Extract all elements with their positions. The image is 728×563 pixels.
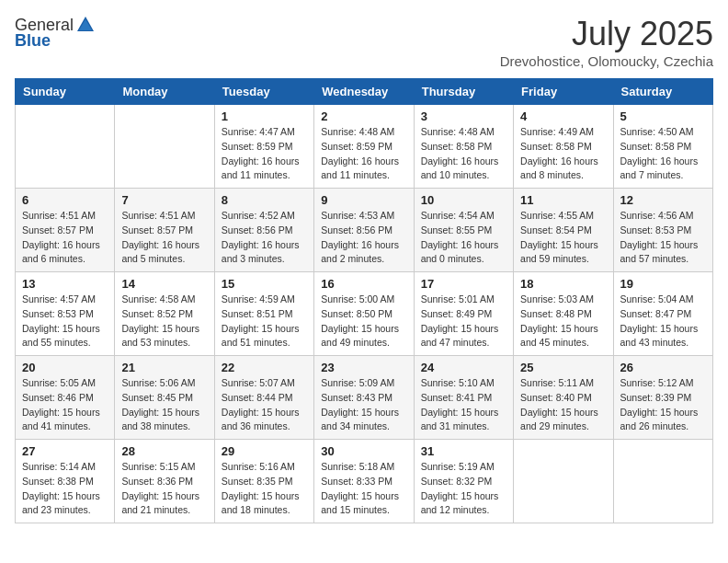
page: General Blue July 2025 Drevohostice, Olo…: [0, 0, 728, 538]
table-row: 7Sunrise: 4:51 AMSunset: 8:57 PMDaylight…: [115, 189, 214, 272]
col-sunday: Sunday: [16, 79, 115, 105]
day-detail: Sunrise: 5:12 AMSunset: 8:39 PMDaylight:…: [620, 376, 706, 434]
table-row: 13Sunrise: 4:57 AMSunset: 8:53 PMDayligh…: [16, 272, 115, 356]
day-detail: Sunrise: 4:56 AMSunset: 8:53 PMDaylight:…: [620, 209, 706, 267]
day-number: 1: [222, 109, 307, 123]
table-row: [16, 105, 115, 189]
day-number: 13: [22, 277, 108, 291]
col-monday: Monday: [115, 79, 214, 105]
day-detail: Sunrise: 4:59 AMSunset: 8:51 PMDaylight:…: [222, 293, 307, 350]
day-number: 20: [22, 361, 108, 374]
day-number: 30: [321, 444, 406, 458]
table-row: 2Sunrise: 4:48 AMSunset: 8:59 PMDaylight…: [314, 105, 414, 189]
day-number: 16: [321, 277, 406, 291]
day-detail: Sunrise: 5:07 AMSunset: 8:44 PMDaylight:…: [222, 376, 307, 434]
day-detail: Sunrise: 5:15 AMSunset: 8:36 PMDaylight:…: [121, 460, 207, 518]
day-detail: Sunrise: 5:10 AMSunset: 8:41 PMDaylight:…: [421, 376, 506, 434]
col-saturday: Saturday: [613, 79, 712, 105]
day-detail: Sunrise: 5:19 AMSunset: 8:32 PMDaylight:…: [421, 460, 506, 518]
col-thursday: Thursday: [414, 79, 513, 105]
logo-blue-text: Blue: [15, 31, 51, 51]
table-row: 28Sunrise: 5:15 AMSunset: 8:36 PMDayligh…: [115, 440, 214, 523]
day-detail: Sunrise: 4:51 AMSunset: 8:57 PMDaylight:…: [121, 209, 207, 267]
table-row: 18Sunrise: 5:03 AMSunset: 8:48 PMDayligh…: [514, 272, 613, 356]
day-detail: Sunrise: 5:06 AMSunset: 8:45 PMDaylight:…: [121, 376, 207, 434]
day-number: 26: [620, 361, 706, 374]
day-detail: Sunrise: 5:01 AMSunset: 8:49 PMDaylight:…: [421, 293, 506, 350]
table-row: 16Sunrise: 5:00 AMSunset: 8:50 PMDayligh…: [314, 272, 414, 356]
day-detail: Sunrise: 4:51 AMSunset: 8:57 PMDaylight:…: [22, 209, 108, 267]
day-number: 23: [321, 361, 406, 374]
logo: General Blue: [15, 15, 97, 51]
day-number: 11: [520, 193, 606, 207]
day-number: 10: [421, 193, 506, 207]
day-number: 28: [121, 444, 207, 458]
day-detail: Sunrise: 4:50 AMSunset: 8:58 PMDaylight:…: [620, 125, 706, 183]
day-detail: Sunrise: 5:04 AMSunset: 8:47 PMDaylight:…: [620, 293, 706, 350]
table-row: 24Sunrise: 5:10 AMSunset: 8:41 PMDayligh…: [414, 356, 513, 440]
col-friday: Friday: [514, 79, 613, 105]
day-number: 31: [421, 444, 506, 458]
day-detail: Sunrise: 4:47 AMSunset: 8:59 PMDaylight:…: [222, 125, 307, 183]
day-number: 18: [520, 277, 606, 291]
day-number: 17: [421, 277, 506, 291]
table-row: 10Sunrise: 4:54 AMSunset: 8:55 PMDayligh…: [414, 189, 513, 272]
day-number: 15: [222, 277, 307, 291]
month-title: July 2025: [500, 15, 713, 53]
day-detail: Sunrise: 4:55 AMSunset: 8:54 PMDaylight:…: [520, 209, 606, 267]
table-row: 27Sunrise: 5:14 AMSunset: 8:38 PMDayligh…: [16, 440, 115, 523]
day-detail: Sunrise: 4:48 AMSunset: 8:59 PMDaylight:…: [321, 125, 406, 183]
day-number: 24: [421, 361, 506, 374]
table-row: 19Sunrise: 5:04 AMSunset: 8:47 PMDayligh…: [613, 272, 712, 356]
calendar-week-row: 1Sunrise: 4:47 AMSunset: 8:59 PMDaylight…: [16, 105, 713, 189]
table-row: 5Sunrise: 4:50 AMSunset: 8:58 PMDaylight…: [613, 105, 712, 189]
day-detail: Sunrise: 5:11 AMSunset: 8:40 PMDaylight:…: [520, 376, 606, 434]
day-detail: Sunrise: 4:52 AMSunset: 8:56 PMDaylight:…: [222, 209, 307, 267]
table-row: 3Sunrise: 4:48 AMSunset: 8:58 PMDaylight…: [414, 105, 513, 189]
location-title: Drevohostice, Olomoucky, Czechia: [500, 53, 713, 69]
day-detail: Sunrise: 4:54 AMSunset: 8:55 PMDaylight:…: [421, 209, 506, 267]
table-row: 9Sunrise: 4:53 AMSunset: 8:56 PMDaylight…: [314, 189, 414, 272]
title-block: July 2025 Drevohostice, Olomoucky, Czech…: [500, 15, 713, 69]
logo-icon: [75, 15, 96, 35]
day-number: 14: [121, 277, 207, 291]
day-number: 22: [222, 361, 307, 374]
table-row: 25Sunrise: 5:11 AMSunset: 8:40 PMDayligh…: [514, 356, 613, 440]
table-row: 8Sunrise: 4:52 AMSunset: 8:56 PMDaylight…: [214, 189, 313, 272]
day-number: 29: [222, 444, 307, 458]
col-tuesday: Tuesday: [214, 79, 313, 105]
calendar-week-row: 20Sunrise: 5:05 AMSunset: 8:46 PMDayligh…: [16, 356, 713, 440]
table-row: 15Sunrise: 4:59 AMSunset: 8:51 PMDayligh…: [214, 272, 313, 356]
day-number: 9: [321, 193, 406, 207]
col-wednesday: Wednesday: [314, 79, 414, 105]
day-number: 25: [520, 361, 606, 374]
table-row: [613, 440, 712, 523]
day-number: 19: [620, 277, 706, 291]
table-row: 31Sunrise: 5:19 AMSunset: 8:32 PMDayligh…: [414, 440, 513, 523]
table-row: [514, 440, 613, 523]
table-row: 11Sunrise: 4:55 AMSunset: 8:54 PMDayligh…: [514, 189, 613, 272]
table-row: 30Sunrise: 5:18 AMSunset: 8:33 PMDayligh…: [314, 440, 414, 523]
day-detail: Sunrise: 5:00 AMSunset: 8:50 PMDaylight:…: [321, 293, 406, 350]
table-row: 14Sunrise: 4:58 AMSunset: 8:52 PMDayligh…: [115, 272, 214, 356]
day-detail: Sunrise: 4:49 AMSunset: 8:58 PMDaylight:…: [520, 125, 606, 183]
table-row: 4Sunrise: 4:49 AMSunset: 8:58 PMDaylight…: [514, 105, 613, 189]
table-row: 22Sunrise: 5:07 AMSunset: 8:44 PMDayligh…: [214, 356, 313, 440]
day-detail: Sunrise: 5:03 AMSunset: 8:48 PMDaylight:…: [520, 293, 606, 350]
day-number: 4: [520, 109, 606, 123]
table-row: 23Sunrise: 5:09 AMSunset: 8:43 PMDayligh…: [314, 356, 414, 440]
table-row: 12Sunrise: 4:56 AMSunset: 8:53 PMDayligh…: [613, 189, 712, 272]
table-row: 6Sunrise: 4:51 AMSunset: 8:57 PMDaylight…: [16, 189, 115, 272]
table-row: 1Sunrise: 4:47 AMSunset: 8:59 PMDaylight…: [214, 105, 313, 189]
calendar-week-row: 6Sunrise: 4:51 AMSunset: 8:57 PMDaylight…: [16, 189, 713, 272]
day-number: 6: [22, 193, 108, 207]
table-row: 29Sunrise: 5:16 AMSunset: 8:35 PMDayligh…: [214, 440, 313, 523]
day-detail: Sunrise: 5:18 AMSunset: 8:33 PMDaylight:…: [321, 460, 406, 518]
table-row: 20Sunrise: 5:05 AMSunset: 8:46 PMDayligh…: [16, 356, 115, 440]
day-number: 27: [22, 444, 108, 458]
day-number: 7: [121, 193, 207, 207]
day-detail: Sunrise: 5:14 AMSunset: 8:38 PMDaylight:…: [22, 460, 108, 518]
table-row: 17Sunrise: 5:01 AMSunset: 8:49 PMDayligh…: [414, 272, 513, 356]
day-detail: Sunrise: 5:09 AMSunset: 8:43 PMDaylight:…: [321, 376, 406, 434]
table-row: 21Sunrise: 5:06 AMSunset: 8:45 PMDayligh…: [115, 356, 214, 440]
